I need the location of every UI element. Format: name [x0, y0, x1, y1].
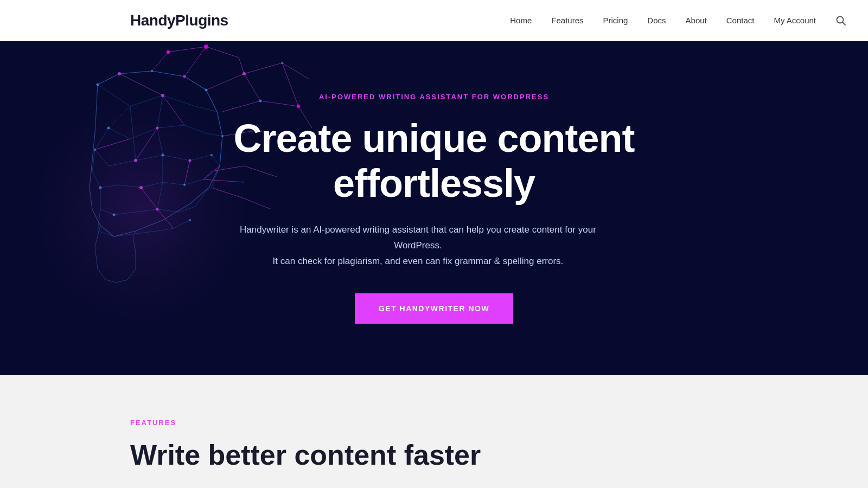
- features-title: Write better content faster: [130, 440, 738, 471]
- hero-title-line1: Create unique content: [233, 117, 634, 160]
- svg-line-64: [282, 63, 309, 79]
- nav-item-my-account[interactable]: My Account: [774, 16, 816, 25]
- features-eyebrow: FEATURES: [130, 419, 738, 427]
- nav-item-docs[interactable]: Docs: [647, 16, 666, 25]
- nav-item-about[interactable]: About: [686, 16, 707, 25]
- svg-point-86: [134, 159, 137, 162]
- features-section: FEATURES Write better content faster: [0, 375, 868, 488]
- nav-item-features[interactable]: Features: [551, 16, 583, 25]
- hero-section: AI-POWERED WRITING ASSISTANT FOR WORDPRE…: [0, 41, 868, 375]
- svg-point-98: [107, 127, 110, 130]
- hero-eyebrow: AI-POWERED WRITING ASSISTANT FOR WORDPRE…: [233, 93, 634, 101]
- svg-point-95: [151, 70, 153, 72]
- nav-item-home[interactable]: Home: [510, 16, 532, 25]
- svg-line-1: [843, 22, 845, 25]
- svg-point-96: [205, 89, 208, 92]
- svg-line-73: [168, 47, 206, 52]
- nav-item-pricing[interactable]: Pricing: [603, 16, 628, 25]
- svg-point-102: [99, 187, 102, 189]
- nav-item-contact[interactable]: Contact: [726, 16, 755, 25]
- svg-point-104: [113, 214, 116, 216]
- svg-point-105: [189, 219, 191, 221]
- svg-point-108: [204, 44, 208, 49]
- hero-content: AI-POWERED WRITING ASSISTANT FOR WORDPRE…: [222, 93, 645, 323]
- svg-point-110: [167, 50, 170, 54]
- svg-point-87: [189, 159, 192, 162]
- hero-title: Create unique content effortlessly: [233, 116, 634, 206]
- header: HandyPlugins Home Features Pricing Docs …: [0, 0, 868, 41]
- svg-point-83: [183, 75, 186, 78]
- svg-line-63: [244, 63, 282, 74]
- svg-point-84: [161, 94, 164, 97]
- svg-point-103: [183, 184, 186, 186]
- search-icon[interactable]: [835, 15, 846, 26]
- svg-point-99: [94, 149, 96, 151]
- hero-title-line2: effortlessly: [333, 162, 535, 205]
- svg-point-100: [162, 154, 164, 157]
- svg-point-101: [210, 154, 213, 156]
- svg-line-74: [206, 47, 239, 57]
- hero-description-line2: It can check for plagiarism, and even ca…: [273, 256, 564, 266]
- hero-description: Handywriter is an AI-powered writing ass…: [233, 222, 602, 269]
- svg-point-82: [118, 72, 121, 75]
- hero-description-line1: Handywriter is an AI-powered writing ass…: [240, 224, 596, 251]
- svg-point-88: [139, 186, 143, 189]
- svg-point-94: [97, 84, 99, 86]
- svg-point-85: [156, 127, 159, 130]
- svg-point-89: [156, 208, 159, 211]
- svg-line-76: [239, 57, 244, 74]
- svg-point-90: [242, 72, 246, 75]
- hero-cta-button[interactable]: GET HANDYWRITER NOW: [355, 293, 513, 324]
- main-nav: Home Features Pricing Docs About Contact…: [510, 15, 846, 26]
- logo[interactable]: HandyPlugins: [130, 12, 228, 29]
- svg-point-107: [281, 62, 283, 64]
